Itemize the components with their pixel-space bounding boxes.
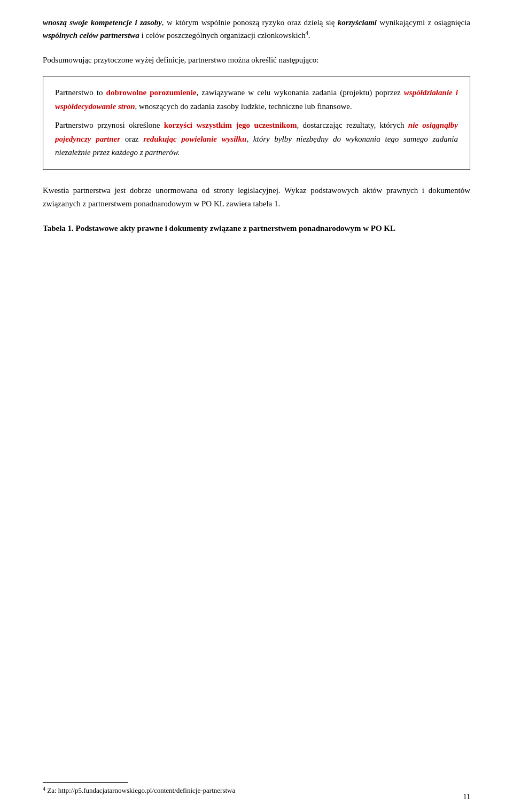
intro-text: Podsumowując przytoczone wyżej definicje… (43, 56, 319, 64)
text-normal-2: wynikającymi z osiągnięcia (377, 18, 470, 27)
footnote: 4 Za: http://p5.fundacjatarnowskiego.pl/… (43, 785, 235, 796)
footnote-separator (43, 782, 128, 783)
box-text-2f: redukując powielanie wysiłku (143, 135, 246, 143)
box-text-2a: Partnerstwo przynosi określone (55, 121, 164, 129)
definition-box: Partnerstwo to dobrowolne porozumienie, … (43, 76, 470, 170)
box-text-2e: oraz (120, 135, 143, 143)
box-text-1a: Partnerstwo to (55, 88, 106, 97)
text-bold-italic-2: korzyściami (338, 18, 377, 27)
text-bold-italic-1: wnoszą swoje kompetencje i zasoby (43, 18, 162, 27)
box-text-1e: , wnoszących do zadania zasoby ludzkie, … (135, 102, 352, 111)
top-paragraph: wnoszą swoje kompetencje i zasoby, w któ… (43, 16, 470, 42)
text-normal-1: , w którym wspólnie ponoszą ryzyko oraz … (162, 18, 338, 27)
box-paragraph-2: Partnerstwo przynosi określone korzyści … (55, 119, 458, 160)
box-text-2b: korzyści wszystkim jego uczestnikom (164, 121, 297, 129)
text-bold-italic-3: wspólnych celów partnerstwa (43, 31, 139, 40)
page: wnoszą swoje kompetencje i zasoby, w któ… (0, 0, 513, 812)
box-text-1c: , zawiązywane w celu wykonania zadania (… (196, 88, 403, 97)
page-number-text: 11 (463, 793, 470, 801)
after-box-paragraph: Kwestia partnerstwa jest dobrze unormowa… (43, 184, 470, 211)
box-text-2c: , dostarczając rezultaty, których (297, 121, 408, 129)
text-period: . (308, 31, 310, 40)
table-title: Tabela 1. Podstawowe akty prawne i dokum… (43, 222, 470, 236)
text-normal-3: i celów poszczególnych organizacji człon… (139, 31, 306, 40)
page-number: 11 (463, 793, 470, 801)
box-paragraph-1: Partnerstwo to dobrowolne porozumienie, … (55, 86, 458, 113)
box-text-1b: dobrowolne porozumienie (106, 88, 197, 97)
intro-paragraph: Podsumowując przytoczone wyżej definicje… (43, 53, 470, 66)
table-title-text: Tabela 1. Podstawowe akty prawne i dokum… (43, 224, 395, 233)
after-box-text: Kwestia partnerstwa jest dobrze unormowa… (43, 186, 470, 208)
footnote-text: Za: http://p5.fundacjatarnowskiego.pl/co… (45, 787, 235, 795)
